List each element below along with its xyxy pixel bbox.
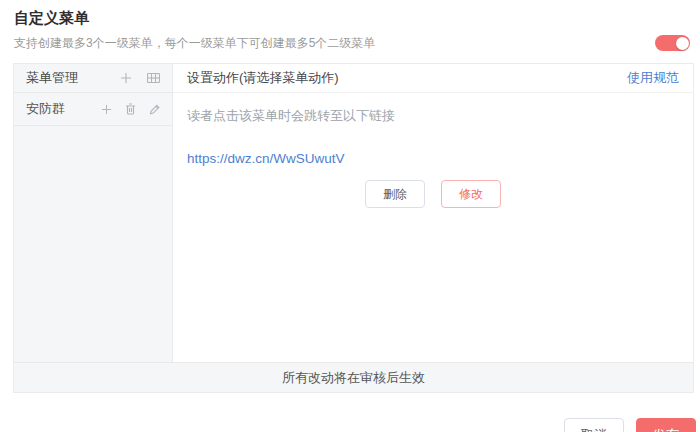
dialog-footer: 取消 发布	[0, 418, 700, 432]
editor-panels: 菜单管理 安防群	[14, 64, 693, 362]
plus-icon	[120, 72, 132, 84]
delete-action-button[interactable]: 删除	[365, 180, 425, 208]
subtitle-row: 支持创建最多3个一级菜单，每个一级菜单下可创建最多5个二级菜单	[0, 34, 700, 52]
modify-action-button[interactable]: 修改	[441, 180, 501, 208]
menu-enable-toggle[interactable]	[655, 35, 690, 51]
menu-management-panel: 菜单管理 安防群	[14, 64, 173, 362]
sort-menu-button[interactable]	[147, 73, 160, 83]
action-panel-body: 读者点击该菜单时会跳转至以下链接 https://dwz.cn/WwSUwutV…	[173, 93, 693, 208]
menu-management-label: 菜单管理	[26, 69, 78, 87]
delete-menu-button[interactable]	[125, 103, 136, 115]
cancel-button[interactable]: 取消	[564, 418, 624, 432]
action-buttons-row: 删除 修改	[187, 180, 679, 208]
action-panel-header: 设置动作(请选择菜单动作) 使用规范	[173, 64, 693, 93]
review-notice-bar: 所有改动将在审核后生效	[14, 362, 693, 392]
grid-sort-icon	[147, 73, 160, 83]
menu-item-label: 安防群	[26, 100, 65, 118]
pencil-icon	[149, 104, 160, 115]
add-submenu-button[interactable]	[101, 104, 112, 115]
menu-management-actions	[120, 72, 160, 84]
dialog-title: 自定义菜单	[14, 8, 684, 27]
dialog-header: 自定义菜单	[0, 0, 700, 27]
edit-menu-button[interactable]	[149, 104, 160, 115]
review-note: 所有改动将在审核后生效	[282, 369, 425, 387]
menu-item-actions	[101, 103, 160, 115]
menu-management-header: 菜单管理	[14, 64, 172, 93]
custom-menu-dialog: 自定义菜单 支持创建最多3个一级菜单，每个一级菜单下可创建最多5个二级菜单 菜单…	[0, 0, 700, 432]
plus-icon	[101, 104, 112, 115]
trash-icon	[125, 103, 136, 115]
menu-editor-card: 菜单管理 安防群	[13, 63, 694, 393]
toggle-knob	[676, 37, 689, 50]
action-panel-title: 设置动作(请选择菜单动作)	[187, 69, 339, 87]
menu-action-hint: 读者点击该菜单时会跳转至以下链接	[187, 107, 679, 125]
publish-button[interactable]: 发布	[636, 418, 696, 432]
menu-link-url[interactable]: https://dwz.cn/WwSUwutV	[187, 151, 345, 166]
usage-guideline-link[interactable]: 使用规范	[627, 69, 679, 87]
add-menu-button[interactable]	[120, 72, 132, 84]
menu-item[interactable]: 安防群	[14, 93, 172, 126]
action-panel: 设置动作(请选择菜单动作) 使用规范 读者点击该菜单时会跳转至以下链接 http…	[173, 64, 693, 362]
dialog-subtitle: 支持创建最多3个一级菜单，每个一级菜单下可创建最多5个二级菜单	[14, 35, 375, 52]
